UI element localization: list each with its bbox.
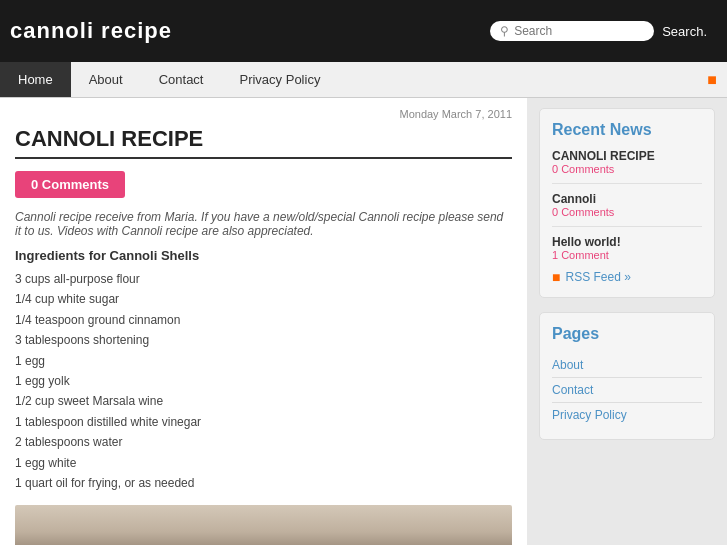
ingredients-list: 3 cups all-purpose flour1/4 cup white su… [15, 269, 512, 493]
search-input[interactable] [514, 24, 644, 38]
nav-item-privacy[interactable]: Privacy Policy [221, 62, 338, 97]
search-wrapper: ⚲ [490, 21, 654, 41]
list-item: 1/2 cup sweet Marsala wine [15, 391, 512, 411]
pages-list-item[interactable]: Privacy Policy [552, 403, 702, 427]
recent-news-box: Recent News CANNOLI RECIPE 0 CommentsCan… [539, 108, 715, 298]
list-item: 1 egg white [15, 453, 512, 473]
page-title: CANNOLI RECIPE [15, 126, 512, 159]
search-icon: ⚲ [500, 24, 509, 38]
list-item: 1/4 cup white sugar [15, 289, 512, 309]
rss-link[interactable]: ■ RSS Feed » [552, 269, 702, 285]
recent-news-title: Recent News [552, 121, 702, 139]
list-item: 1 egg yolk [15, 371, 512, 391]
main-content: Monday March 7, 2011 CANNOLI RECIPE 0 Co… [0, 98, 527, 545]
site-header: cannoli recipe ⚲ Search. [0, 0, 727, 62]
sidebar: Recent News CANNOLI RECIPE 0 CommentsCan… [527, 98, 727, 545]
content-wrapper: Monday March 7, 2011 CANNOLI RECIPE 0 Co… [0, 98, 727, 545]
pages-list-item[interactable]: About [552, 353, 702, 378]
intro-text: Cannoli recipe receive from Maria. If yo… [15, 210, 512, 238]
date-line: Monday March 7, 2011 [15, 108, 512, 120]
food-image [15, 505, 512, 545]
recent-item-title: Cannoli [552, 192, 702, 206]
recent-item-comments: 0 Comments [552, 163, 702, 175]
comments-badge[interactable]: 0 Comments [15, 171, 125, 198]
list-item: 1 quart oil for frying, or as needed [15, 473, 512, 493]
rss-label: RSS Feed » [565, 270, 630, 284]
recent-item-comments: 0 Comments [552, 206, 702, 218]
nav-bar: Home About Contact Privacy Policy ■ [0, 62, 727, 98]
recent-item[interactable]: CANNOLI RECIPE 0 Comments [552, 149, 702, 184]
recent-item[interactable]: Cannoli 0 Comments [552, 192, 702, 227]
recent-item[interactable]: Hello world! 1 Comment [552, 235, 702, 261]
pages-list-item[interactable]: Contact [552, 378, 702, 403]
nav-item-about[interactable]: About [71, 62, 141, 97]
pages-title: Pages [552, 325, 702, 343]
list-item: 2 tablespoons water [15, 432, 512, 452]
list-item: 1/4 teaspoon ground cinnamon [15, 310, 512, 330]
recent-item-title: Hello world! [552, 235, 702, 249]
rss-icon: ■ [552, 269, 560, 285]
nav-item-contact[interactable]: Contact [141, 62, 222, 97]
list-item: 1 tablespoon distilled white vinegar [15, 412, 512, 432]
search-button[interactable]: Search. [662, 24, 707, 39]
header-right: ⚲ Search. [490, 21, 707, 41]
pages-list: AboutContactPrivacy Policy [552, 353, 702, 427]
recent-item-title: CANNOLI RECIPE [552, 149, 702, 163]
recent-items-container: CANNOLI RECIPE 0 CommentsCannoli 0 Comme… [552, 149, 702, 261]
list-item: 1 egg [15, 351, 512, 371]
site-title: cannoli recipe [10, 18, 172, 44]
pages-box: Pages AboutContactPrivacy Policy [539, 312, 715, 440]
list-item: 3 cups all-purpose flour [15, 269, 512, 289]
list-item: 3 tablespoons shortening [15, 330, 512, 350]
recent-item-comments: 1 Comment [552, 249, 702, 261]
ingredients-title: Ingredients for Cannoli Shells [15, 248, 512, 263]
rss-nav-icon[interactable]: ■ [707, 71, 717, 89]
nav-item-home[interactable]: Home [0, 62, 71, 97]
